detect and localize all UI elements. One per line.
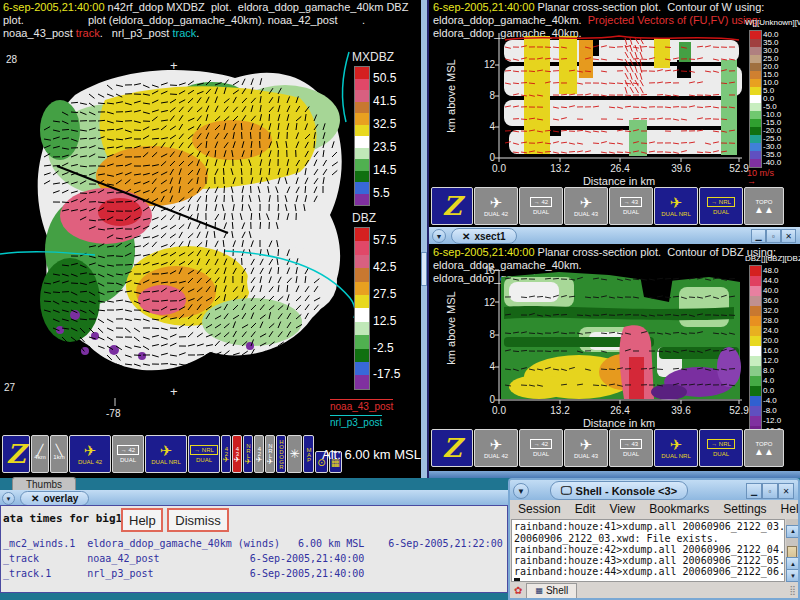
colorbar-tick-label: 40.0 bbox=[763, 285, 781, 295]
dual-sweep-icon: → 42 bbox=[530, 439, 552, 449]
grid-cross-bottom: + bbox=[170, 384, 178, 399]
close-icon[interactable]: ✕ bbox=[31, 493, 39, 504]
dual-nrl-sweep-button[interactable]: → NRLDUAL bbox=[699, 429, 743, 467]
menu-session[interactable]: Session bbox=[518, 502, 561, 516]
topo-button[interactable]: TOPO▲▲ bbox=[744, 187, 784, 225]
radar-4km-button[interactable]: ╱4km bbox=[31, 435, 49, 473]
dual-43-sweep-button[interactable]: → 43DUAL bbox=[609, 187, 653, 225]
terminal-icon: 🖵 bbox=[561, 484, 572, 497]
colorbar-segment bbox=[750, 127, 761, 135]
dual-42-plane-button[interactable]: ✈DUAL 42 bbox=[69, 435, 111, 473]
colorbar-segment bbox=[355, 159, 369, 171]
colorbar-segment bbox=[355, 125, 369, 137]
menu-view[interactable]: View bbox=[609, 502, 635, 516]
overlay-titlebar[interactable]: ▼ ✕overlay bbox=[0, 490, 508, 505]
zebra-logo-button[interactable]: Z bbox=[431, 429, 473, 467]
dual-sweep-icon: → NRL bbox=[707, 439, 735, 449]
ytick: 0 bbox=[479, 394, 495, 405]
dual-43-plane-button[interactable]: ✈DUAL 43 bbox=[564, 187, 608, 225]
colorbar-segment bbox=[750, 159, 761, 167]
hodograph-button[interactable]: HODOGR bbox=[276, 435, 286, 473]
track-42b-button[interactable]: 42✈ bbox=[254, 435, 264, 473]
window-menu-button[interactable]: ▼ bbox=[513, 483, 529, 499]
dismiss-button[interactable]: Dismiss bbox=[167, 508, 229, 532]
minimize-button[interactable]: ▁ bbox=[746, 483, 762, 499]
ytick: 12 bbox=[479, 297, 495, 308]
scroll-down-icon[interactable]: ▼ bbox=[786, 569, 800, 582]
map-button[interactable]: MAP bbox=[303, 435, 314, 473]
ytick: 4 bbox=[479, 361, 495, 372]
colorbar-segment bbox=[750, 63, 761, 71]
xtick: 0.0 bbox=[484, 163, 514, 174]
overlay-title-tab[interactable]: ✕overlay bbox=[20, 491, 89, 506]
new-session-icon[interactable]: ✿ bbox=[514, 585, 522, 596]
colorbar-segment bbox=[750, 326, 761, 336]
xtick: 26.4 bbox=[605, 163, 635, 174]
colorbar-segment bbox=[750, 266, 761, 276]
mountains-icon: ▲▲ bbox=[754, 206, 774, 213]
terminal-scrollbar[interactable]: ▲ ▲ ▼ bbox=[786, 519, 798, 582]
dbz-colorbar bbox=[354, 227, 370, 390]
xsect1-toolbar: Z ✈DUAL 42 → 42DUAL ✈DUAL 43 → 43DUAL ✈D… bbox=[431, 429, 784, 467]
help-button[interactable]: Help bbox=[121, 508, 163, 532]
dual-42-plane-button[interactable]: ✈DUAL 42 bbox=[474, 429, 518, 467]
zebra-logo-button[interactable]: Z bbox=[2, 435, 30, 473]
colorbar-tick-label: 24.0 bbox=[763, 325, 781, 335]
menu-bookmarks[interactable]: Bookmarks bbox=[649, 502, 709, 516]
colorbar-tick-label: 20.0 bbox=[763, 335, 781, 345]
track-nrlb-button[interactable]: NRL✈ bbox=[265, 435, 275, 473]
dbz-colorbar-ticks: 57.542.527.512.5-2.5-17.5 bbox=[373, 227, 400, 388]
airplane-icon: ✈ bbox=[256, 456, 263, 463]
thumbs-taskbar-tab[interactable]: Thumbs bbox=[12, 477, 76, 491]
dual-nrl-sweep-button[interactable]: → NRLDUAL bbox=[699, 187, 743, 225]
colorbar-tick-label: 12.0 bbox=[763, 355, 781, 365]
dual-43-sweep-button[interactable]: → 43DUAL bbox=[609, 429, 653, 467]
dual-nrl-sweep-button[interactable]: → NRLDUAL bbox=[188, 435, 220, 473]
terminal-area[interactable]: rainband:houze:41>xdump.all 20060906_212… bbox=[511, 519, 785, 582]
airplane-icon: ✈ bbox=[490, 437, 503, 453]
topo-button[interactable]: TOPO▲▲ bbox=[744, 429, 784, 467]
dual-nrl-plane-button[interactable]: ✈DUAL NRL bbox=[654, 187, 698, 225]
window-menu-button[interactable]: ▼ bbox=[2, 492, 15, 505]
airplane-icon: ✈ bbox=[160, 443, 173, 459]
menu-edit[interactable]: Edit bbox=[575, 502, 596, 516]
options-button[interactable]: ✳ bbox=[287, 435, 302, 473]
menu-help[interactable]: Help bbox=[781, 502, 800, 516]
colorbar-tick-label: 0.0 bbox=[763, 385, 781, 395]
colorbar-tick-label: -12.0 bbox=[763, 415, 781, 425]
dual-43-plane-button[interactable]: ✈DUAL 43 bbox=[564, 429, 608, 467]
maximize-button[interactable]: ▫ bbox=[762, 483, 778, 499]
airplane-icon: ✈ bbox=[580, 437, 593, 453]
colorbar-segment bbox=[750, 143, 761, 151]
xtick: 39.6 bbox=[666, 163, 696, 174]
scroll-up-icon[interactable]: ▲ bbox=[786, 525, 800, 538]
airplane-icon: ✈ bbox=[580, 195, 593, 211]
dual-nrl-plane-button[interactable]: ✈DUAL NRL bbox=[145, 435, 187, 473]
xtick: 0.0 bbox=[484, 405, 514, 416]
colorbar-segment bbox=[750, 71, 761, 79]
colorbar-segment bbox=[750, 87, 761, 95]
dual-nrl-plane-button[interactable]: ✈DUAL NRL bbox=[654, 429, 698, 467]
zebra-logo-button[interactable]: Z bbox=[431, 187, 473, 225]
resize-grip[interactable]: ⣿ bbox=[789, 585, 796, 595]
close-button[interactable]: ✕ bbox=[778, 483, 794, 499]
colorbar-segment bbox=[355, 362, 369, 375]
konsole-titlebar[interactable]: ▼ 🖵Shell - Konsole <3> ▁ ▫ ✕ bbox=[510, 480, 798, 500]
dual-42-plane-button[interactable]: ✈DUAL 42 bbox=[474, 187, 518, 225]
xsect-w-window: 6-sep-2005,21:40:00 Planar cross-section… bbox=[427, 0, 800, 227]
shell-tab[interactable]: ▦ Shell bbox=[526, 583, 577, 598]
konsole-title-tab[interactable]: 🖵Shell - Konsole <3> bbox=[550, 481, 688, 500]
colorbar-tick-label: 48.0 bbox=[763, 265, 781, 275]
dual-42-sweep-button[interactable]: → 42DUAL bbox=[112, 435, 144, 473]
track-42-button[interactable]: 42✈ bbox=[221, 435, 231, 473]
window-title: overlay bbox=[43, 493, 78, 504]
track-43-button[interactable]: 43✈ bbox=[232, 435, 242, 473]
menu-settings[interactable]: Settings bbox=[723, 502, 766, 516]
track-nrl-button[interactable]: NRL✈ bbox=[243, 435, 253, 473]
dual-42-sweep-button[interactable]: → 42DUAL bbox=[519, 429, 563, 467]
xsect-w-xlabel: Distance in km bbox=[549, 175, 689, 187]
mxdbz-colorbar-ticks: 50.541.532.523.514.55.5 bbox=[373, 66, 396, 204]
mxdbz-colorbar-title: MXDBZ bbox=[352, 50, 394, 64]
radar-1km-button[interactable]: ╲1km bbox=[50, 435, 68, 473]
dual-42-sweep-button[interactable]: → 42DUAL bbox=[519, 187, 563, 225]
